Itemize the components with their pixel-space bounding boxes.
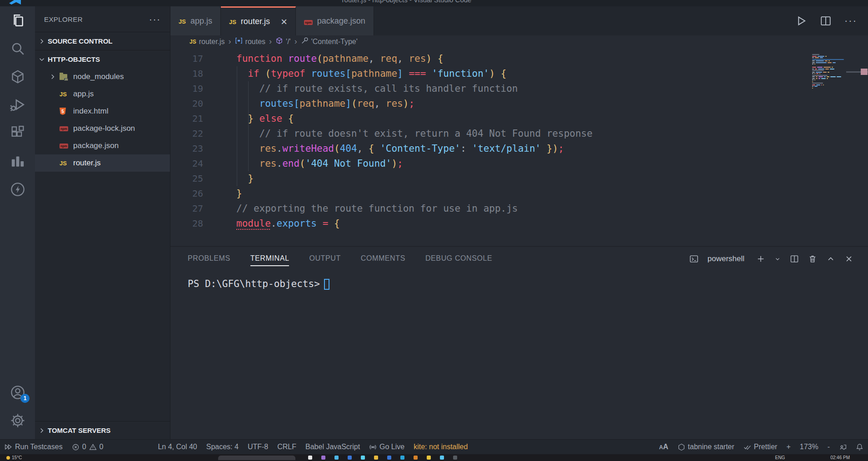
code-line-17[interactable]: 17function route(pathname, req, res) { bbox=[170, 51, 868, 66]
terminal[interactable]: PS D:\GFG\http-objects> bbox=[170, 271, 868, 290]
problems-indicator[interactable]: 0 0 bbox=[67, 440, 108, 454]
shell-selector[interactable]: powershell bbox=[708, 254, 744, 263]
editor-tab-package.json[interactable]: npmpackage.json bbox=[296, 6, 374, 35]
taskbar-app-icon-1[interactable] bbox=[308, 456, 312, 460]
taskbar-app-icon-3[interactable] bbox=[334, 456, 339, 460]
indentation[interactable]: Spaces: 4 bbox=[202, 440, 243, 454]
breadcrumb-item-3[interactable]: '/' bbox=[275, 37, 291, 46]
split-terminal-icon[interactable] bbox=[790, 254, 799, 263]
code-line-27[interactable]: 27// exporting the route function for us… bbox=[170, 201, 868, 216]
go-live-button[interactable]: Go Live bbox=[364, 440, 409, 454]
line-number[interactable]: 22 bbox=[170, 126, 203, 141]
section-source-control[interactable]: SOURCE CONTROL bbox=[35, 32, 170, 50]
taskbar-app-icon-7[interactable] bbox=[387, 456, 391, 460]
editor-more-actions-icon[interactable]: ··· bbox=[844, 15, 857, 27]
taskbar-app-icon-12[interactable] bbox=[453, 456, 457, 460]
tabnine-status[interactable]: tabnine starter bbox=[673, 440, 739, 454]
code-line-24[interactable]: 24 res.end('404 Not Found'); bbox=[170, 156, 868, 171]
screencast-aa-button[interactable]: AA bbox=[654, 440, 673, 454]
line-number[interactable]: 23 bbox=[170, 141, 203, 156]
extensions-icon[interactable] bbox=[0, 119, 35, 147]
taskbar-app-icon-9[interactable] bbox=[414, 456, 418, 460]
taskbar-app-icon-6[interactable] bbox=[374, 456, 378, 460]
lightning-icon[interactable] bbox=[0, 175, 35, 203]
file-item-node_modules[interactable]: node_modules bbox=[35, 68, 170, 85]
taskbar-app-icon-5[interactable] bbox=[361, 456, 365, 460]
line-number[interactable]: 20 bbox=[170, 96, 203, 111]
kite-status[interactable]: kite: not installed bbox=[409, 440, 472, 454]
taskbar-clock[interactable]: 02:46 PM bbox=[830, 455, 850, 460]
split-editor-icon[interactable] bbox=[820, 15, 832, 27]
scrollbar-thumb[interactable] bbox=[861, 69, 868, 75]
explorer-icon[interactable] bbox=[0, 6, 35, 35]
encoding[interactable]: UTF-8 bbox=[243, 440, 273, 454]
line-number[interactable]: 17 bbox=[170, 51, 203, 66]
code-line-18[interactable]: 18 if (typeof routes[pathname] === 'func… bbox=[170, 66, 868, 81]
eol-sequence[interactable]: CRLF bbox=[273, 440, 301, 454]
feedback-icon[interactable] bbox=[834, 440, 851, 454]
line-number[interactable]: 18 bbox=[170, 66, 203, 81]
new-terminal-icon[interactable] bbox=[756, 254, 765, 263]
maximize-panel-icon[interactable] bbox=[826, 254, 835, 263]
breadcrumb-item-1[interactable]: JSrouter.js bbox=[190, 38, 225, 46]
accounts-icon[interactable]: 1 bbox=[0, 378, 35, 406]
line-number[interactable]: 28 bbox=[170, 216, 203, 231]
code-editor[interactable]: 17function route(pathname, req, res) {18… bbox=[170, 48, 868, 246]
code-line-26[interactable]: 26} bbox=[170, 186, 868, 201]
panel-tab-problems[interactable]: PROBLEMS bbox=[188, 252, 230, 266]
line-number[interactable]: 25 bbox=[170, 171, 203, 186]
taskbar-app-icon-11[interactable] bbox=[440, 456, 444, 460]
prettier-status[interactable]: Prettier bbox=[739, 440, 782, 454]
run-debug-icon[interactable] bbox=[0, 91, 35, 119]
language-mode[interactable]: Babel JavaScript bbox=[301, 440, 364, 454]
line-number[interactable]: 26 bbox=[170, 186, 203, 201]
weather-widget[interactable]: 15°C bbox=[0, 455, 109, 460]
editor-tab-app.js[interactable]: JSapp.js bbox=[170, 6, 221, 35]
line-number[interactable]: 27 bbox=[170, 201, 203, 216]
code-line-20[interactable]: 20 routes[pathname](req, res); bbox=[170, 96, 868, 111]
run-testcases-button[interactable]: Run Testcases bbox=[0, 440, 67, 454]
chevron-down-icon[interactable] bbox=[774, 254, 781, 263]
taskbar-app-icon-8[interactable] bbox=[400, 456, 404, 460]
explorer-more-actions-icon[interactable]: ··· bbox=[149, 14, 161, 25]
file-item-router.js[interactable]: JSrouter.js bbox=[35, 154, 170, 172]
panel-tab-debug-console[interactable]: DEBUG CONSOLE bbox=[425, 252, 492, 266]
bar-chart-icon[interactable] bbox=[0, 147, 35, 175]
zoom-in-button[interactable]: + bbox=[782, 440, 795, 454]
taskbar-app-icon-10[interactable] bbox=[427, 456, 431, 460]
file-item-app.js[interactable]: JSapp.js bbox=[35, 85, 170, 103]
zoom-out-button[interactable]: - bbox=[823, 440, 834, 454]
taskbar-app-icon-4[interactable] bbox=[348, 456, 352, 460]
section-project[interactable]: HTTP-OBJECTS bbox=[35, 50, 170, 68]
file-item-package-lock.json[interactable]: npmpackage-lock.json bbox=[35, 120, 170, 137]
close-panel-icon[interactable] bbox=[844, 254, 853, 263]
code-line-28[interactable]: 28module.exports = { bbox=[170, 216, 868, 231]
breadcrumb-item-2[interactable]: routes bbox=[235, 37, 265, 46]
search-icon[interactable] bbox=[0, 35, 35, 63]
code-line-21[interactable]: 21 } else { bbox=[170, 111, 868, 126]
file-item-package.json[interactable]: npmpackage.json bbox=[35, 137, 170, 154]
code-line-23[interactable]: 23 res.writeHead(404, { 'Content-Type': … bbox=[170, 141, 868, 156]
panel-tab-output[interactable]: OUTPUT bbox=[309, 252, 340, 266]
panel-tab-terminal[interactable]: TERMINAL bbox=[250, 252, 289, 266]
code-line-22[interactable]: 22 // if route doesn't exist, return a 4… bbox=[170, 126, 868, 141]
close-tab-icon[interactable]: × bbox=[281, 16, 287, 27]
section-tomcat-servers[interactable]: TOMCAT SERVERS bbox=[35, 421, 170, 439]
breadcrumb-item-4[interactable]: 'Content-Type' bbox=[301, 37, 358, 46]
file-item-index.html[interactable]: 5index.html bbox=[35, 103, 170, 120]
run-file-icon[interactable] bbox=[795, 15, 807, 27]
line-number[interactable]: 24 bbox=[170, 156, 203, 171]
notifications-bell-icon[interactable] bbox=[851, 440, 868, 454]
code-line-19[interactable]: 19 // if route exists, call its handler … bbox=[170, 81, 868, 96]
panel-tab-comments[interactable]: COMMENTS bbox=[361, 252, 405, 266]
code-line-25[interactable]: 25 } bbox=[170, 171, 868, 186]
minimap[interactable] bbox=[812, 54, 848, 89]
taskbar-app-icon-2[interactable] bbox=[321, 456, 325, 460]
settings-gear-icon[interactable] bbox=[0, 406, 35, 435]
cursor-position[interactable]: Ln 4, Col 40 bbox=[153, 440, 201, 454]
zoom-level[interactable]: 173% bbox=[795, 440, 823, 454]
line-number[interactable]: 21 bbox=[170, 111, 203, 126]
editor-tab-router.js[interactable]: JSrouter.js× bbox=[221, 6, 296, 35]
taskbar-language[interactable]: ENG bbox=[775, 455, 785, 460]
taskbar-search[interactable] bbox=[218, 456, 295, 460]
